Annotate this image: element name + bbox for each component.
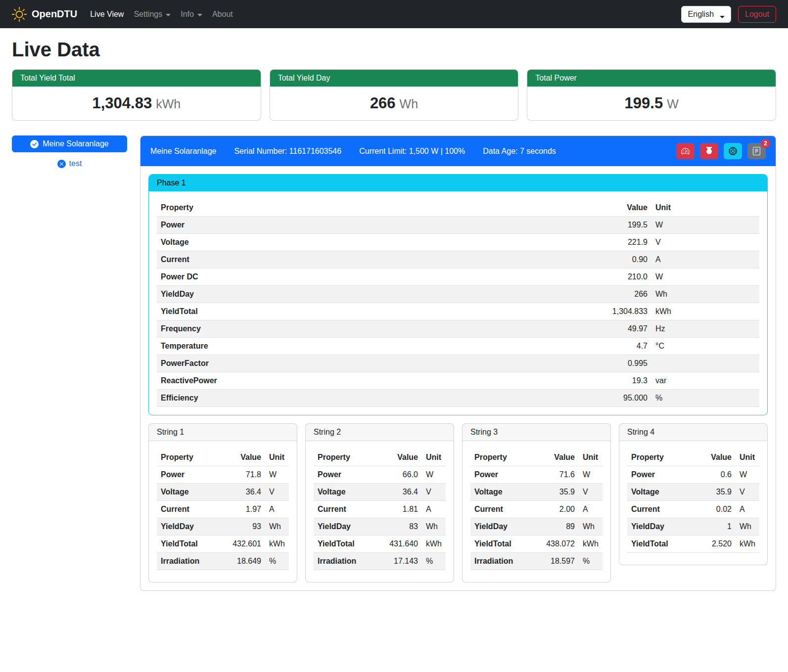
row-unit: kWh — [736, 536, 759, 553]
string-card: String 2 Property Value Unit — [305, 423, 454, 582]
row-value: 221.9 — [592, 234, 651, 251]
row-unit: Wh — [651, 286, 759, 303]
summary-cards: Total Yield Total 1,304.83kWh Total Yiel… — [12, 69, 776, 121]
phase-card: Phase 1 Property Value Unit — [148, 174, 768, 415]
table-row: Temperature 4.7 °C — [157, 338, 759, 355]
row-property: Current — [157, 251, 592, 269]
language-select-value: English — [688, 10, 714, 18]
row-unit: Wh — [422, 518, 446, 536]
row-unit: V — [422, 484, 446, 501]
power-icon — [705, 147, 713, 155]
row-value: 0.6 — [694, 466, 736, 484]
inverter-panel-header: Meine Solaranlage Serial Number: 1161716… — [140, 136, 776, 166]
string-table: Property Value Unit Power — [627, 449, 759, 553]
row-unit: kWh — [265, 536, 289, 553]
row-unit: V — [265, 484, 289, 501]
row-value: 35.9 — [694, 484, 736, 501]
table-row: YieldTotal 2.520 kWh — [627, 536, 759, 553]
row-unit: °C — [651, 338, 759, 355]
row-property: YieldTotal — [157, 536, 224, 553]
row-unit: A — [579, 501, 603, 518]
inverter-panel-body: Phase 1 Property Value Unit — [140, 166, 776, 590]
table-row: Irradiation 18.597 % — [470, 553, 603, 570]
nav-settings[interactable]: Settings — [129, 6, 176, 23]
row-value: 35.9 — [537, 484, 579, 501]
string-table: Property Value Unit Power — [314, 449, 446, 570]
summary-card: Total Power 199.5W — [527, 69, 776, 121]
row-property: Power — [470, 466, 537, 484]
limit-settings-button[interactable] — [676, 143, 695, 159]
row-value: 266 — [592, 286, 651, 303]
table-row: Power 71.6 W — [470, 466, 603, 484]
inverter-item-test[interactable]: test — [12, 159, 127, 168]
inverter-select-label: Meine Solaranlage — [43, 139, 108, 148]
summary-unit: W — [667, 97, 679, 111]
row-value: 17.143 — [380, 553, 422, 570]
row-value: 66.0 — [380, 466, 422, 484]
gauge-icon — [681, 147, 690, 155]
row-property: YieldDay — [627, 518, 694, 536]
row-unit — [651, 355, 759, 372]
nav-live-view[interactable]: Live View — [85, 6, 129, 23]
row-unit: W — [265, 466, 289, 484]
row-property: Power DC — [157, 269, 592, 286]
summary-value: 199.5 — [625, 94, 663, 112]
summary-unit: kWh — [156, 97, 181, 111]
col-header-value: Value — [592, 199, 651, 217]
table-row: Current 0.02 A — [627, 501, 759, 518]
row-unit: kWh — [579, 536, 603, 553]
table-row: YieldDay 93 Wh — [157, 518, 289, 536]
row-value: 19.3 — [592, 372, 651, 390]
row-unit: W — [579, 466, 603, 484]
string-card-title: String 2 — [306, 424, 454, 441]
row-value: 1 — [694, 518, 736, 536]
row-property: YieldTotal — [470, 536, 537, 553]
nav-about[interactable]: About — [207, 6, 238, 23]
table-row: Voltage 36.4 V — [157, 484, 289, 501]
row-property: Temperature — [157, 338, 592, 355]
table-header-row: Property Value Unit — [627, 449, 759, 466]
table-row: YieldTotal 438.072 kWh — [470, 536, 603, 553]
row-value: 199.5 — [592, 217, 651, 234]
nav-live-view-label: Live View — [90, 10, 124, 19]
brand-link[interactable]: OpenDTU — [12, 7, 77, 22]
string-card: String 3 Property Value Unit — [462, 423, 611, 582]
string-table: Property Value Unit Power — [157, 449, 289, 570]
col-header-property: Property — [314, 449, 380, 466]
col-header-unit: Unit — [265, 449, 289, 466]
page-title: Live Data — [12, 39, 776, 61]
inverter-select-button[interactable]: Meine Solaranlage — [12, 135, 127, 152]
row-unit: % — [265, 553, 289, 570]
col-header-property: Property — [157, 199, 592, 217]
row-property: Current — [314, 501, 380, 518]
logout-button[interactable]: Logout — [738, 6, 776, 23]
check-circle-icon — [30, 140, 39, 148]
power-button[interactable] — [700, 143, 718, 159]
device-info-button[interactable] — [724, 143, 742, 159]
chevron-down-icon — [720, 16, 725, 18]
nav-info-label: Info — [181, 10, 194, 19]
row-value: 89 — [537, 518, 579, 536]
table-row: PowerFactor 0.995 — [157, 355, 759, 372]
row-property: YieldDay — [157, 518, 224, 536]
table-row: Power 0.6 W — [627, 466, 759, 484]
inverter-limit: Current Limit: 1,500 W | 100% — [359, 147, 465, 156]
col-header-unit: Unit — [422, 449, 446, 466]
inverter-name: Meine Solaranlage — [150, 147, 216, 156]
events-button[interactable]: 2 — [747, 143, 766, 159]
table-row: YieldDay 1 Wh — [627, 518, 759, 536]
table-row: Frequency 49.97 Hz — [157, 320, 759, 338]
col-header-unit: Unit — [579, 449, 603, 466]
language-select[interactable]: English — [681, 6, 731, 23]
row-value: 18.649 — [224, 553, 265, 570]
row-property: Frequency — [157, 320, 592, 338]
row-unit: A — [736, 501, 759, 518]
row-property: YieldDay — [314, 518, 380, 536]
nav-info[interactable]: Info — [176, 6, 207, 23]
table-row: YieldTotal 432.601 kWh — [157, 536, 289, 553]
table-row: YieldDay 89 Wh — [470, 518, 603, 536]
col-header-unit: Unit — [651, 199, 759, 217]
row-value: 438.072 — [537, 536, 579, 553]
col-header-property: Property — [627, 449, 694, 466]
row-property: YieldTotal — [157, 303, 592, 320]
